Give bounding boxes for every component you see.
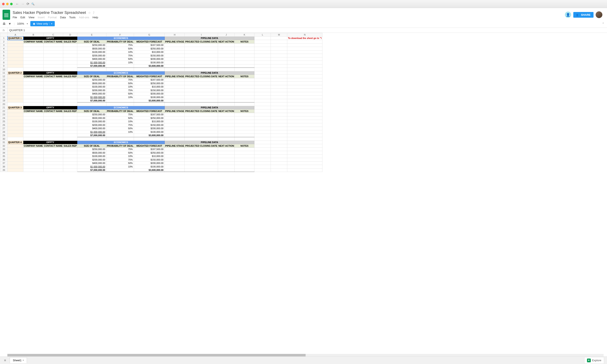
cell[interactable] [255, 151, 271, 155]
cell[interactable] [23, 127, 44, 130]
cell[interactable] [255, 43, 271, 47]
cell[interactable] [271, 141, 287, 144]
quarter-label[interactable]: QUARTER 2 [8, 71, 23, 75]
cell[interactable] [271, 155, 287, 158]
cell[interactable] [77, 137, 106, 141]
cell[interactable] [63, 43, 77, 47]
cell[interactable] [165, 120, 185, 123]
cell[interactable] [271, 40, 287, 44]
cell[interactable] [165, 137, 185, 141]
col-header[interactable]: N [287, 33, 323, 37]
cell[interactable] [218, 47, 234, 51]
total-forecast[interactable]: $3,600,000.00 [134, 134, 165, 137]
cell[interactable] [271, 113, 287, 116]
cell[interactable] [8, 144, 23, 148]
row-header[interactable]: 35 [0, 155, 8, 158]
total-size[interactable]: $7,000,000.00 [77, 134, 106, 137]
cell[interactable] [185, 158, 218, 162]
subhdr-closing[interactable]: PROJECTED CLOSING DATE [185, 40, 218, 44]
section-economics[interactable]: ECONOMICS [77, 71, 165, 75]
cell[interactable] [255, 75, 271, 78]
cell[interactable] [8, 40, 23, 44]
cell[interactable] [185, 120, 218, 123]
cell[interactable] [8, 95, 23, 99]
cell[interactable]: 75% [106, 147, 134, 151]
cell[interactable] [8, 89, 23, 92]
cell[interactable] [235, 147, 255, 151]
cell[interactable] [235, 158, 255, 162]
cell[interactable] [271, 47, 287, 51]
cell[interactable] [287, 161, 323, 165]
subhdr-stage[interactable]: PIPELINE STAGE [165, 40, 185, 44]
cell[interactable] [23, 113, 44, 116]
cell[interactable] [8, 137, 23, 141]
cell[interactable] [255, 158, 271, 162]
cell[interactable] [218, 92, 234, 95]
cell[interactable] [165, 151, 185, 155]
cell[interactable] [23, 61, 44, 64]
total-forecast[interactable]: $3,600,000.00 [134, 64, 165, 68]
cell[interactable] [63, 68, 77, 71]
row-header[interactable]: 7 [0, 57, 8, 61]
cell[interactable] [165, 92, 185, 95]
cell[interactable] [185, 113, 218, 116]
cell[interactable] [287, 47, 323, 51]
cell[interactable] [23, 147, 44, 151]
col-header[interactable]: B [23, 33, 44, 37]
cell[interactable] [255, 54, 271, 57]
cell[interactable]: 10% [106, 130, 134, 134]
cell[interactable] [287, 134, 323, 137]
subhdr-prob[interactable]: PROBABILITY OF DEAL [106, 75, 134, 78]
cell[interactable] [43, 165, 63, 169]
cell[interactable] [235, 151, 255, 155]
cell[interactable] [23, 161, 44, 165]
cell[interactable] [8, 155, 23, 158]
row-header[interactable]: 28 [0, 130, 8, 134]
cell[interactable]: $250,000.00 [134, 82, 165, 85]
cell[interactable] [271, 109, 287, 113]
row-header[interactable]: 14 [0, 82, 8, 85]
cell[interactable] [165, 54, 185, 57]
cell[interactable] [165, 61, 185, 64]
cell[interactable]: $1,000,000.00 [77, 165, 106, 169]
cell[interactable] [185, 95, 218, 99]
cell[interactable] [43, 68, 63, 71]
cell[interactable] [287, 92, 323, 95]
section-pipeline[interactable]: PIPELINE DATA [165, 141, 255, 144]
cell[interactable] [287, 116, 323, 120]
cell[interactable] [8, 47, 23, 51]
cell[interactable] [134, 137, 165, 141]
cell[interactable] [63, 165, 77, 169]
row-header[interactable]: 24 [0, 116, 8, 120]
cell[interactable] [235, 113, 255, 116]
cell[interactable] [287, 85, 323, 89]
cell[interactable]: 50% [106, 47, 134, 51]
cell[interactable] [23, 137, 44, 141]
cell[interactable] [218, 130, 234, 134]
cell[interactable] [271, 71, 287, 75]
cell[interactable] [271, 158, 287, 162]
cell[interactable] [287, 141, 323, 144]
cell[interactable]: $200,000.00 [77, 158, 106, 162]
cell[interactable] [271, 61, 287, 64]
cell[interactable] [165, 82, 185, 85]
cell[interactable] [185, 130, 218, 134]
cell[interactable] [287, 130, 323, 134]
cell[interactable]: $150,000.00 [134, 54, 165, 57]
cell[interactable] [287, 89, 323, 92]
cell[interactable] [63, 134, 77, 137]
cell[interactable] [255, 106, 271, 109]
cell[interactable] [235, 137, 255, 141]
cell[interactable] [134, 103, 165, 106]
cell[interactable] [255, 130, 271, 134]
cell[interactable] [106, 137, 134, 141]
cell[interactable] [43, 103, 63, 106]
cell[interactable] [287, 123, 323, 127]
section-economics[interactable]: ECONOMICS [77, 106, 165, 109]
cell[interactable]: 10% [106, 155, 134, 158]
cell[interactable] [165, 116, 185, 120]
subhdr-notes[interactable]: NOTES [235, 109, 255, 113]
row-header[interactable]: 1 [0, 36, 8, 40]
total-forecast[interactable]: $3,600,000.00 [134, 168, 165, 172]
cell[interactable] [287, 103, 323, 106]
